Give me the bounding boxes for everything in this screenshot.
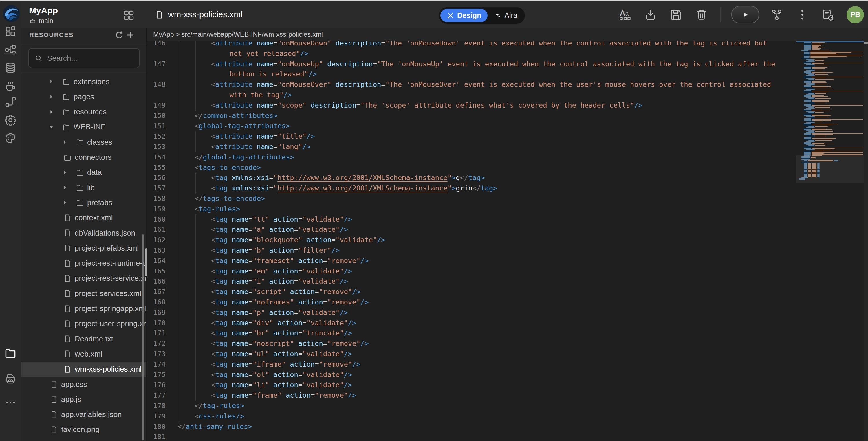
sidebar-item-project-prefabs-xml[interactable]: project-prefabs.xml (21, 241, 146, 255)
user-avatar[interactable]: PB (846, 6, 864, 24)
chevron-right-icon[interactable] (62, 139, 68, 145)
file-icon (50, 395, 58, 404)
svg-text:A: A (620, 9, 625, 17)
sidebar-item-data[interactable]: data (21, 165, 146, 180)
file-sync-icon[interactable] (821, 8, 834, 22)
trash-icon[interactable] (695, 8, 708, 22)
code-line-158: 158</tags-to-encode> (147, 194, 796, 204)
sidebar-item-extensions[interactable]: extensions (21, 74, 146, 89)
sidebar-item-project-rest-runtime-co[interactable]: project-rest-runtime-co (21, 256, 146, 271)
refresh-icon[interactable] (114, 30, 124, 40)
schema-icon[interactable] (4, 43, 17, 56)
database-icon[interactable] (4, 61, 17, 74)
sidebar-item-project-user-spring-xm[interactable]: project-user-spring.xm (21, 316, 146, 331)
logs-icon[interactable]: LOG (4, 372, 17, 385)
chevron-right-icon[interactable] (62, 199, 68, 206)
sidebar-item-connectors[interactable]: connectors (21, 150, 146, 165)
sidebar-item-project-services-xml[interactable]: project-services.xml (21, 286, 146, 301)
sidebar-item-context-xml[interactable]: context.xml (21, 210, 146, 225)
sidebar-item-classes[interactable]: classes (21, 134, 146, 150)
chevron-right-icon[interactable] (48, 78, 55, 85)
apps-grid-icon[interactable] (122, 9, 135, 22)
sidebar-item-lib[interactable]: lib (21, 180, 146, 195)
sparkles-icon (494, 12, 501, 20)
sidebar-item-favicon-png[interactable]: favicon.png (21, 422, 146, 437)
design-mode-button[interactable]: Design (440, 9, 488, 22)
folder-icon (75, 168, 84, 177)
sidebar-item-pages[interactable]: pages (21, 89, 146, 104)
sidebar-item-web-xml[interactable]: web.xml (21, 346, 146, 361)
save-icon[interactable] (670, 8, 683, 22)
panel-resize-handle[interactable] (145, 248, 147, 276)
item-label: WEB-INF (73, 122, 105, 131)
sidebar-item-app-js[interactable]: app.js (21, 392, 146, 407)
folder-icon (62, 108, 71, 116)
sidebar-item-dbvalidations-json[interactable]: dbValidations.json (21, 225, 146, 241)
code-line-wrap: with the tag"/> (147, 90, 796, 100)
widgets-icon[interactable] (4, 25, 17, 38)
aira-label: Aira (504, 11, 517, 20)
chevron-right-icon[interactable] (62, 184, 68, 191)
file-icon (63, 365, 72, 374)
import-icon[interactable] (644, 8, 657, 22)
typography-icon[interactable]: Aa (618, 8, 632, 22)
sidebar-item-project-rest-service-xm[interactable]: project-rest-service.xm (21, 271, 146, 286)
minimap[interactable] (796, 40, 864, 220)
chevron-down-icon[interactable] (48, 124, 55, 130)
aira-mode-button[interactable]: Aira (489, 11, 522, 20)
tree-scrollbar[interactable] (142, 234, 144, 440)
code-line-165: 165<tag name="em" action="validate"/> (147, 266, 796, 277)
more-ellipsis-icon[interactable] (4, 396, 17, 409)
code-line-156: 156<tag xmlns:xsi="http://www.w3.org/200… (147, 173, 796, 183)
run-play-button[interactable] (731, 6, 759, 24)
file-tree: extensionspagesresourcesWEB-INFclassesco… (21, 74, 146, 441)
pipeline-icon[interactable] (4, 95, 17, 108)
theme-palette-icon[interactable] (4, 132, 17, 145)
sidebar-item-wm-xss-policies-xml[interactable]: wm-xss-policies.xml (21, 362, 146, 377)
code-line-161: 161<tag name="a" action="validate"/> (147, 225, 796, 235)
editor-scrollbar[interactable] (864, 40, 868, 441)
chevron-right-icon[interactable] (62, 169, 68, 176)
file-icon (63, 229, 72, 237)
code-line-157: 157<tag xmlns:xsi="http://www.w3.org/200… (147, 183, 796, 194)
sidebar-item-web-inf[interactable]: WEB-INF (21, 120, 146, 134)
sidebar-item-app-variables-json[interactable]: app.variables.json (21, 407, 146, 422)
editor-scrollbar-thumb[interactable] (864, 42, 868, 44)
chevron-right-icon[interactable] (48, 93, 55, 100)
project-info[interactable]: MyApp main (29, 5, 58, 25)
code-line-162: 162<tag name="blockquote" action="valida… (147, 235, 796, 245)
code-line-152: 152<attribute name="title"/> (147, 131, 796, 142)
code-editor[interactable]: 146<attribute name="onMouseDown" descrip… (147, 28, 868, 441)
toolbar-divider (720, 7, 721, 22)
folder-icon (62, 92, 71, 101)
resources-title: RESOURCES (29, 31, 73, 39)
settings-gear-icon[interactable] (4, 114, 17, 126)
code-line-wrap: button is released"/> (147, 69, 796, 80)
item-label: favicon.png (61, 425, 100, 434)
sidebar-item-resources[interactable]: resources (21, 104, 146, 120)
sidebar-item-readme-txt[interactable]: Readme.txt (21, 331, 146, 346)
open-file-tab[interactable]: wm-xss-policies.xml (155, 1, 243, 28)
code-area[interactable]: 146<attribute name="onMouseDown" descrip… (147, 28, 868, 441)
branch-icon[interactable] (770, 8, 783, 22)
chevron-right-icon[interactable] (48, 109, 55, 115)
item-label: extensions (73, 77, 110, 86)
code-line-170: 170<tag name="div" action="validate"/> (147, 318, 796, 328)
sidebar-item-project-springapp-xml[interactable]: project-springapp.xml (21, 301, 146, 316)
item-label: dbValidations.json (75, 229, 135, 238)
breadcrumb[interactable]: MyApp > src/main/webapp/WEB-INF/wm-xss-p… (153, 31, 323, 38)
sidebar-item-app-css[interactable]: app.css (21, 377, 146, 392)
wavemaker-logo-icon[interactable] (2, 5, 20, 23)
file-icon (63, 214, 72, 222)
search-input[interactable]: Search... (28, 48, 140, 68)
item-label: project-rest-service.xm (75, 274, 146, 283)
kebab-menu-icon[interactable] (796, 8, 809, 22)
file-icon (50, 380, 58, 389)
sidebar-item-prefabs[interactable]: prefabs (21, 195, 146, 210)
sidebar-item-font-config-js[interactable]: font.config.js (21, 437, 146, 441)
minimap-viewport[interactable] (796, 155, 864, 183)
add-plus-icon[interactable] (125, 30, 135, 40)
code-line-172: 172<tag name="noscript" action="remove"/… (147, 339, 796, 349)
java-services-icon[interactable] (4, 80, 17, 92)
file-explorer-folder-icon[interactable] (4, 347, 17, 360)
